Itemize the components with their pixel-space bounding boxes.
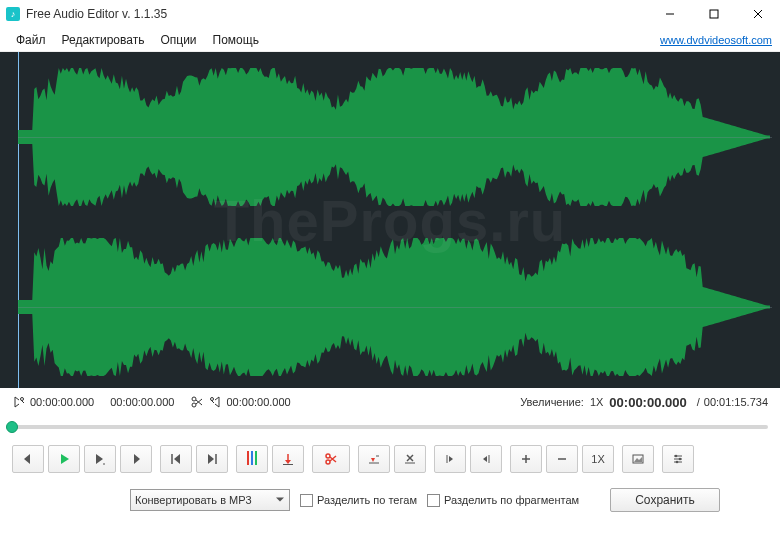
split-by-fragments-checkbox[interactable]: Разделить по фрагментам: [427, 494, 579, 507]
site-link[interactable]: www.dvdvideosoft.com: [660, 34, 772, 46]
zoom-group: 1X: [510, 445, 614, 473]
download-marker-button[interactable]: [272, 445, 304, 473]
status-bar: 00:00:00.000 00:00:00.000 00:00:00.000 У…: [0, 388, 780, 416]
prev-frame-button[interactable]: [12, 445, 44, 473]
trim-in-button[interactable]: [358, 445, 390, 473]
svg-point-38: [675, 455, 678, 458]
titlebar: ♪ Free Audio Editor v. 1.1.35: [0, 0, 780, 28]
zoom-reset-button[interactable]: 1X: [582, 445, 614, 473]
svg-marker-36: [634, 457, 642, 462]
toolbar: 1X: [0, 438, 780, 480]
view-group: [622, 445, 654, 473]
app-icon: ♪: [6, 7, 20, 21]
svg-point-20: [326, 454, 330, 458]
svg-point-5: [192, 397, 196, 401]
selection-start-time: 00:00:00.000: [30, 396, 94, 408]
cut-button[interactable]: [312, 445, 350, 473]
cut-group: [312, 445, 350, 473]
save-button-label: Сохранить: [635, 493, 695, 507]
minimize-button[interactable]: [648, 0, 692, 28]
menu-options[interactable]: Опции: [152, 30, 204, 50]
seek-slider[interactable]: [12, 425, 768, 429]
svg-point-21: [326, 460, 330, 464]
window-title: Free Audio Editor v. 1.1.35: [26, 7, 648, 21]
cut-length-time: 00:00:00.000: [226, 396, 290, 408]
split-by-fragments-label: Разделить по фрагментам: [444, 494, 579, 506]
save-button[interactable]: Сохранить: [610, 488, 720, 512]
image-view-button[interactable]: [622, 445, 654, 473]
svg-point-6: [192, 403, 196, 407]
playback-position: 00:00:00.000: [609, 395, 686, 410]
zoom-reset-label: 1X: [591, 453, 604, 465]
format-select-value: Конвертировать в MP3: [135, 494, 252, 506]
selection-jump-group: [434, 445, 502, 473]
seek-slider-row: [0, 416, 780, 438]
play-selection-button[interactable]: [84, 445, 116, 473]
svg-point-40: [679, 458, 682, 461]
zoom-label: Увеличение:: [520, 396, 584, 408]
trim-group: [358, 445, 426, 473]
format-select[interactable]: Конвертировать в MP3: [130, 489, 290, 511]
skip-start-button[interactable]: [160, 445, 192, 473]
next-frame-button[interactable]: [120, 445, 152, 473]
scissors-icon: [190, 395, 204, 409]
svg-marker-30: [483, 456, 487, 462]
svg-marker-10: [96, 454, 103, 464]
svg-marker-9: [61, 454, 69, 464]
selection-end-time: 00:00:00.000: [110, 396, 174, 408]
waveform-channel-right[interactable]: [18, 232, 772, 382]
jump-sel-start-button[interactable]: [434, 445, 466, 473]
seek-thumb[interactable]: [6, 421, 18, 433]
play-button[interactable]: [48, 445, 80, 473]
add-marker-button[interactable]: [236, 445, 268, 473]
trim-out-button[interactable]: [394, 445, 426, 473]
svg-marker-22: [371, 458, 375, 462]
waveform-channel-left[interactable]: [18, 62, 772, 212]
maximize-button[interactable]: [692, 0, 736, 28]
svg-marker-14: [174, 454, 180, 464]
svg-point-42: [676, 461, 679, 464]
skip-group: [160, 445, 228, 473]
split-by-tags-label: Разделить по тегам: [317, 494, 417, 506]
menubar: Файл Редактировать Опции Помощь www.dvdv…: [0, 28, 780, 52]
svg-marker-15: [208, 454, 214, 464]
transport-group: [12, 445, 152, 473]
close-button[interactable]: [736, 0, 780, 28]
total-duration: 00:01:15.734: [704, 396, 768, 408]
waveform-area[interactable]: TheProgs.ru: [0, 52, 780, 388]
menu-help[interactable]: Помощь: [205, 30, 267, 50]
checkbox-icon: [427, 494, 440, 507]
svg-rect-1: [710, 10, 718, 18]
menu-file[interactable]: Файл: [8, 30, 54, 50]
bottom-bar: Конвертировать в MP3 Разделить по тегам …: [0, 480, 780, 520]
settings-group: [662, 445, 694, 473]
svg-marker-29: [449, 456, 453, 462]
selection-end-icon: [208, 395, 222, 409]
svg-marker-18: [285, 460, 291, 464]
split-by-tags-checkbox[interactable]: Разделить по тегам: [300, 494, 417, 507]
svg-marker-8: [24, 454, 30, 464]
menu-edit[interactable]: Редактировать: [54, 30, 153, 50]
svg-point-4: [21, 398, 24, 401]
selection-start-icon: [12, 395, 26, 409]
jump-sel-end-button[interactable]: [470, 445, 502, 473]
skip-end-button[interactable]: [196, 445, 228, 473]
duration-separator: /: [697, 396, 700, 408]
svg-point-7: [211, 398, 214, 401]
checkbox-icon: [300, 494, 313, 507]
zoom-out-button[interactable]: [546, 445, 578, 473]
zoom-in-button[interactable]: [510, 445, 542, 473]
settings-button[interactable]: [662, 445, 694, 473]
zoom-value: 1X: [590, 396, 603, 408]
svg-marker-12: [134, 454, 140, 464]
marker-group: [236, 445, 304, 473]
